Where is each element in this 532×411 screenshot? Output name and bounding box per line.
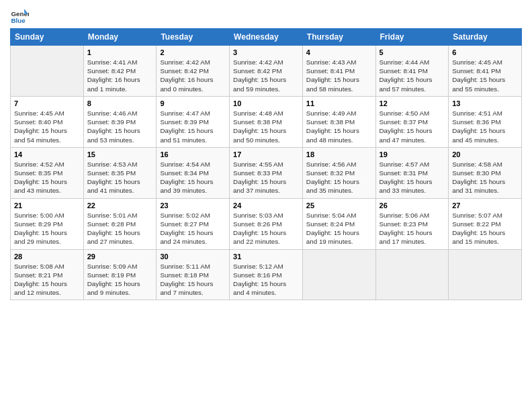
week-row-3: 14Sunrise: 4:52 AM Sunset: 8:35 PM Dayli… [11, 147, 522, 198]
page-container: General Blue SundayMondayTuesdayWednesda… [0, 0, 532, 307]
day-number: 18 [306, 150, 372, 158]
day-number: 16 [160, 150, 226, 158]
day-info: Sunrise: 4:52 AM Sunset: 8:35 PM Dayligh… [14, 160, 80, 195]
day-cell [449, 249, 522, 300]
day-number: 30 [160, 253, 226, 261]
day-info: Sunrise: 4:57 AM Sunset: 8:31 PM Dayligh… [380, 160, 445, 195]
col-header-wednesday: Wednesday [230, 29, 303, 46]
logo-icon: General Blue [10, 7, 29, 26]
svg-text:Blue: Blue [11, 17, 26, 24]
day-number: 26 [380, 201, 445, 210]
day-number: 5 [380, 48, 445, 56]
day-info: Sunrise: 4:47 AM Sunset: 8:39 PM Dayligh… [160, 109, 226, 144]
day-info: Sunrise: 4:56 AM Sunset: 8:32 PM Dayligh… [306, 160, 372, 195]
day-cell: 6Sunrise: 4:45 AM Sunset: 8:41 PM Daylig… [449, 46, 522, 97]
day-cell: 25Sunrise: 5:04 AM Sunset: 8:24 PM Dayli… [302, 198, 375, 249]
header-row: General Blue [10, 7, 522, 26]
day-number: 14 [14, 150, 80, 158]
day-cell: 21Sunrise: 5:00 AM Sunset: 8:29 PM Dayli… [11, 198, 84, 249]
col-header-tuesday: Tuesday [157, 29, 230, 46]
day-number: 25 [306, 201, 372, 210]
day-number: 4 [306, 48, 372, 56]
day-info: Sunrise: 4:50 AM Sunset: 8:37 PM Dayligh… [380, 109, 445, 144]
day-number: 10 [233, 99, 299, 107]
day-cell: 14Sunrise: 4:52 AM Sunset: 8:35 PM Dayli… [11, 147, 84, 198]
day-number: 21 [14, 201, 80, 210]
logo: General Blue [10, 7, 33, 26]
day-number: 13 [452, 99, 518, 107]
day-number: 3 [233, 48, 299, 56]
day-info: Sunrise: 5:02 AM Sunset: 8:27 PM Dayligh… [160, 211, 226, 246]
day-number: 22 [87, 201, 153, 210]
day-info: Sunrise: 5:09 AM Sunset: 8:19 PM Dayligh… [87, 262, 153, 298]
day-cell: 22Sunrise: 5:01 AM Sunset: 8:28 PM Dayli… [83, 198, 157, 249]
day-cell: 10Sunrise: 4:48 AM Sunset: 8:38 PM Dayli… [230, 96, 303, 147]
day-info: Sunrise: 4:42 AM Sunset: 8:42 PM Dayligh… [160, 58, 226, 93]
day-info: Sunrise: 5:06 AM Sunset: 8:23 PM Dayligh… [380, 211, 445, 246]
day-info: Sunrise: 5:07 AM Sunset: 8:22 PM Dayligh… [452, 211, 518, 246]
day-cell: 2Sunrise: 4:42 AM Sunset: 8:42 PM Daylig… [157, 46, 230, 97]
day-info: Sunrise: 5:03 AM Sunset: 8:26 PM Dayligh… [233, 211, 299, 246]
day-cell: 16Sunrise: 4:54 AM Sunset: 8:34 PM Dayli… [157, 147, 230, 198]
day-number: 8 [87, 99, 153, 107]
day-cell: 12Sunrise: 4:50 AM Sunset: 8:37 PM Dayli… [375, 96, 449, 147]
day-cell: 7Sunrise: 4:45 AM Sunset: 8:40 PM Daylig… [11, 96, 84, 147]
day-info: Sunrise: 4:44 AM Sunset: 8:41 PM Dayligh… [380, 58, 445, 93]
day-info: Sunrise: 4:45 AM Sunset: 8:40 PM Dayligh… [14, 109, 80, 144]
day-number: 28 [14, 253, 80, 261]
day-number: 23 [160, 201, 226, 210]
day-info: Sunrise: 4:48 AM Sunset: 8:38 PM Dayligh… [233, 109, 299, 144]
day-info: Sunrise: 4:53 AM Sunset: 8:35 PM Dayligh… [87, 160, 153, 195]
day-number: 29 [87, 253, 153, 261]
week-row-1: 1Sunrise: 4:41 AM Sunset: 8:42 PM Daylig… [11, 46, 522, 97]
day-cell: 11Sunrise: 4:49 AM Sunset: 8:38 PM Dayli… [302, 96, 375, 147]
day-info: Sunrise: 4:55 AM Sunset: 8:33 PM Dayligh… [233, 160, 299, 195]
day-number: 7 [14, 99, 80, 107]
day-info: Sunrise: 4:51 AM Sunset: 8:36 PM Dayligh… [452, 109, 518, 144]
day-info: Sunrise: 5:04 AM Sunset: 8:24 PM Dayligh… [306, 211, 372, 246]
day-info: Sunrise: 5:00 AM Sunset: 8:29 PM Dayligh… [14, 211, 80, 246]
day-info: Sunrise: 4:45 AM Sunset: 8:41 PM Dayligh… [452, 58, 518, 93]
day-cell: 23Sunrise: 5:02 AM Sunset: 8:27 PM Dayli… [157, 198, 230, 249]
day-info: Sunrise: 4:49 AM Sunset: 8:38 PM Dayligh… [306, 109, 372, 144]
day-info: Sunrise: 4:46 AM Sunset: 8:39 PM Dayligh… [87, 109, 153, 144]
week-row-4: 21Sunrise: 5:00 AM Sunset: 8:29 PM Dayli… [11, 198, 522, 249]
day-cell: 28Sunrise: 5:08 AM Sunset: 8:21 PM Dayli… [11, 249, 84, 300]
day-cell: 24Sunrise: 5:03 AM Sunset: 8:26 PM Dayli… [230, 198, 303, 249]
day-number: 17 [233, 150, 299, 158]
day-cell: 3Sunrise: 4:42 AM Sunset: 8:42 PM Daylig… [230, 46, 303, 97]
day-info: Sunrise: 5:08 AM Sunset: 8:21 PM Dayligh… [14, 262, 80, 298]
day-number: 2 [160, 48, 226, 56]
day-cell [11, 46, 84, 97]
day-number: 19 [380, 150, 445, 158]
day-cell: 26Sunrise: 5:06 AM Sunset: 8:23 PM Dayli… [375, 198, 449, 249]
day-number: 1 [87, 48, 153, 56]
day-cell [375, 249, 449, 300]
col-header-saturday: Saturday [449, 29, 522, 46]
day-cell: 27Sunrise: 5:07 AM Sunset: 8:22 PM Dayli… [449, 198, 522, 249]
day-cell: 9Sunrise: 4:47 AM Sunset: 8:39 PM Daylig… [157, 96, 230, 147]
day-number: 15 [87, 150, 153, 158]
col-header-friday: Friday [375, 29, 449, 46]
day-number: 20 [452, 150, 518, 158]
day-number: 24 [233, 201, 299, 210]
day-cell: 19Sunrise: 4:57 AM Sunset: 8:31 PM Dayli… [375, 147, 449, 198]
day-cell: 30Sunrise: 5:11 AM Sunset: 8:18 PM Dayli… [157, 249, 230, 300]
week-row-5: 28Sunrise: 5:08 AM Sunset: 8:21 PM Dayli… [11, 249, 522, 300]
day-cell: 31Sunrise: 5:12 AM Sunset: 8:16 PM Dayli… [230, 249, 303, 300]
header-row-days: SundayMondayTuesdayWednesdayThursdayFrid… [11, 29, 522, 46]
day-number: 11 [306, 99, 372, 107]
day-cell: 15Sunrise: 4:53 AM Sunset: 8:35 PM Dayli… [83, 147, 157, 198]
day-info: Sunrise: 4:58 AM Sunset: 8:30 PM Dayligh… [452, 160, 518, 195]
day-info: Sunrise: 5:12 AM Sunset: 8:16 PM Dayligh… [233, 262, 299, 298]
day-cell: 4Sunrise: 4:43 AM Sunset: 8:41 PM Daylig… [302, 46, 375, 97]
col-header-thursday: Thursday [302, 29, 375, 46]
day-cell: 18Sunrise: 4:56 AM Sunset: 8:32 PM Dayli… [302, 147, 375, 198]
col-header-sunday: Sunday [11, 29, 84, 46]
day-cell: 13Sunrise: 4:51 AM Sunset: 8:36 PM Dayli… [449, 96, 522, 147]
day-number: 31 [233, 253, 299, 261]
day-info: Sunrise: 4:43 AM Sunset: 8:41 PM Dayligh… [306, 58, 372, 93]
day-info: Sunrise: 4:41 AM Sunset: 8:42 PM Dayligh… [87, 58, 153, 93]
day-cell: 8Sunrise: 4:46 AM Sunset: 8:39 PM Daylig… [83, 96, 157, 147]
day-cell: 17Sunrise: 4:55 AM Sunset: 8:33 PM Dayli… [230, 147, 303, 198]
